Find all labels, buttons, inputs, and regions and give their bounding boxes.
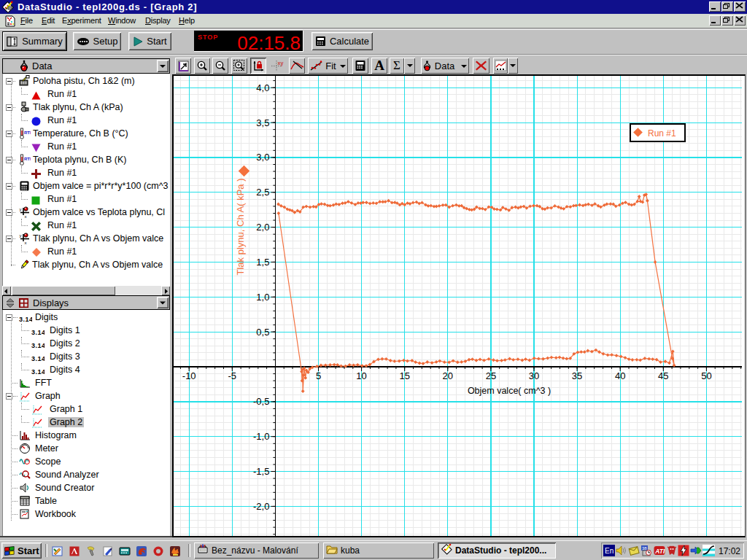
svg-text:0,5: 0,5 [256, 327, 269, 338]
svg-text:xy: xy [278, 61, 284, 66]
svg-text:RTD: RTD [24, 131, 31, 135]
svg-text:40: 40 [615, 370, 625, 381]
svg-text:RTD: RTD [24, 157, 31, 161]
svg-text:2,0: 2,0 [256, 222, 269, 233]
svg-text:ATI: ATI [654, 548, 665, 555]
svg-text:38: 38 [642, 546, 647, 551]
svg-text:5: 5 [316, 370, 321, 381]
svg-text:Tlak plynu, Ch A( kPa ): Tlak plynu, Ch A( kPa ) [235, 179, 246, 276]
svg-text:50: 50 [701, 370, 711, 381]
svg-text:x: x [25, 214, 27, 219]
svg-text:y: y [20, 207, 22, 211]
svg-text:20: 20 [443, 370, 453, 381]
svg-text:-2,0: -2,0 [253, 501, 269, 512]
svg-text:1,5: 1,5 [256, 257, 269, 268]
svg-text:Run #1: Run #1 [648, 128, 676, 139]
svg-text:y: y [20, 233, 22, 238]
svg-text:3.14: 3.14 [31, 368, 44, 376]
svg-text:3.14: 3.14 [19, 316, 32, 323]
svg-text:45: 45 [658, 370, 668, 381]
svg-text:3.14: 3.14 [31, 329, 44, 336]
svg-text:2,5: 2,5 [256, 187, 269, 198]
svg-text:Objem valce( cm^3 ): Objem valce( cm^3 ) [468, 386, 551, 396]
svg-text:10: 10 [356, 370, 366, 381]
svg-text:x: x [25, 241, 27, 245]
svg-text:35: 35 [572, 370, 582, 381]
svg-text:En: En [605, 547, 614, 555]
svg-text:3.14: 3.14 [31, 355, 44, 362]
svg-text:4,0: 4,0 [256, 82, 269, 93]
svg-text:3,0: 3,0 [256, 152, 269, 163]
svg-text:-1,0: -1,0 [253, 431, 269, 442]
svg-text:3,5: 3,5 [256, 117, 269, 128]
svg-text:25: 25 [486, 370, 496, 381]
svg-text:-5: -5 [228, 370, 237, 381]
svg-text:-10: -10 [182, 370, 196, 381]
svg-text:-1,5: -1,5 [253, 466, 269, 477]
svg-text:15: 15 [399, 370, 409, 381]
svg-text:-0,5: -0,5 [253, 396, 269, 407]
svg-text:1,0: 1,0 [256, 292, 269, 303]
svg-text:3.14: 3.14 [31, 342, 44, 349]
svg-text:30: 30 [529, 370, 539, 381]
